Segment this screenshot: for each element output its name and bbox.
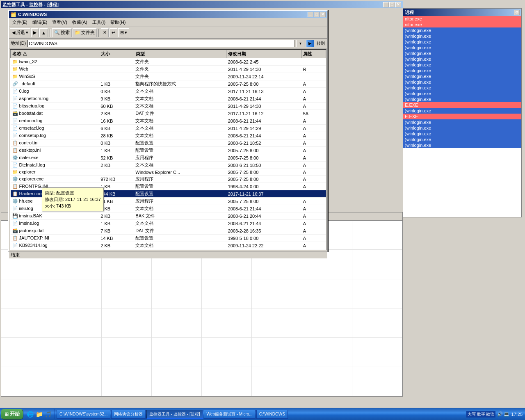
table-row[interactable]: 📋 control.ini 0 KB 配置设置 2008-6-21 18:52 … bbox=[11, 139, 326, 147]
table-row[interactable]: 📄 KB941693.log 2 KB 文本文档 2009-11-24 22:2… bbox=[11, 249, 326, 251]
list-item[interactable]: )winlogin.exe bbox=[403, 91, 521, 96]
list-item[interactable]: )winlogin.exe bbox=[403, 96, 521, 102]
taskbar-app-button[interactable]: 网络协议分析器 bbox=[111, 410, 146, 419]
col-date[interactable]: 修改日期 bbox=[226, 50, 301, 58]
menu-file[interactable]: 文件(E) bbox=[10, 18, 30, 26]
table-row[interactable]: 📄 aspnetocm.log 9 KB 文本文档 2008-6-21 21:4… bbox=[11, 95, 326, 103]
file-list[interactable]: 名称 △ 大小 类型 修改日期 属性 📁 twain_32 文件夹 2008-6… bbox=[10, 49, 326, 250]
views-icon: ⊞ bbox=[120, 30, 124, 35]
up-button[interactable]: ▲ bbox=[39, 28, 48, 37]
list-item[interactable]: )winlogin.exe bbox=[403, 68, 521, 73]
explorer-maximize-button[interactable]: □ bbox=[314, 12, 320, 17]
address-dropdown-button[interactable]: ▾ bbox=[296, 40, 304, 47]
table-row[interactable]: 💾 imsins.BAK 2 KB BAK 文件 2008-6-21 20:44… bbox=[11, 212, 326, 220]
table-row[interactable]: 📄 0.log 0 KB 文本文档 2017-11-21 16:13 A bbox=[11, 88, 326, 95]
menu-edit[interactable]: 编辑(E) bbox=[30, 18, 50, 26]
maximize-button[interactable]: □ bbox=[389, 2, 395, 7]
list-item[interactable]: )winlogin.exe bbox=[403, 27, 521, 33]
col-name[interactable]: 名称 △ bbox=[11, 50, 99, 58]
table-row[interactable]: 📄 DtcInstall.log 2 KB 文本文档 2008-6-21 18:… bbox=[11, 162, 326, 169]
list-item[interactable]: )winlogin.exe bbox=[403, 108, 521, 114]
explorer-minimize-button[interactable]: _ bbox=[308, 12, 313, 17]
col-type[interactable]: 类型 bbox=[134, 50, 226, 58]
grid-cell bbox=[51, 367, 101, 396]
process-titlebar: 进程 ⚙ bbox=[403, 9, 521, 16]
menu-tools[interactable]: 工具(I) bbox=[90, 18, 108, 26]
table-row[interactable]: 🗃️ bootstat.dat 2 KB DAT 文件 2017-11-21 1… bbox=[11, 110, 326, 117]
views-dropdown-icon: ▾ bbox=[125, 30, 127, 35]
explorer-icon: 🗂️ bbox=[11, 12, 16, 17]
quick-launch-media[interactable]: 🎵 bbox=[44, 410, 52, 418]
folders-button[interactable]: 📁 文件夹 bbox=[73, 28, 97, 37]
list-item[interactable]: )winlogin.exe bbox=[403, 131, 521, 137]
menu-help[interactable]: 帮助(H) bbox=[108, 18, 128, 26]
taskbar-app-button[interactable]: C:\WINDOWS bbox=[256, 410, 288, 419]
table-row[interactable]: 📄 bitssetup.log 60 KB 文本文档 2011-4-29 14:… bbox=[11, 103, 326, 110]
go-button[interactable]: ▶ bbox=[306, 40, 314, 47]
table-row[interactable]: 📄 certocm.log 16 KB 文本文档 2008-6-21 21:44… bbox=[11, 117, 326, 125]
system-tray: 大写 数字 微软 🔊 💻 17:25 bbox=[464, 411, 525, 418]
close-button[interactable]: ✕ bbox=[395, 2, 401, 7]
list-item[interactable]: )winlogin.exe bbox=[403, 125, 521, 131]
table-row[interactable]: 📄 comsetup.log 28 KB 文本文档 2008-6-21 21:4… bbox=[11, 132, 326, 139]
search-button[interactable]: 🔍 搜索 bbox=[52, 28, 72, 37]
list-item[interactable]: )winlogin.exe bbox=[403, 39, 521, 45]
col-attr[interactable]: 属性 bbox=[301, 50, 326, 58]
table-row[interactable]: 📁 twain_32 文件夹 2008-6-22 2:45 bbox=[11, 58, 326, 66]
grid-cell bbox=[152, 367, 202, 396]
menu-view[interactable]: 查看(V) bbox=[50, 18, 70, 26]
table-row[interactable]: 📁 explorer Windows Explorer C... 2005-7-… bbox=[11, 169, 326, 176]
list-item[interactable]: )winlogin.exe bbox=[403, 56, 521, 62]
list-item[interactable]: )winlogin.exe bbox=[403, 137, 521, 142]
list-item[interactable]: )winlogin.exe bbox=[403, 50, 521, 56]
delete-button[interactable]: ✕ bbox=[101, 28, 109, 37]
col-size[interactable]: 大小 bbox=[99, 50, 134, 58]
process-settings-icon[interactable]: ⚙ bbox=[514, 10, 520, 15]
grid-cell bbox=[1, 338, 51, 367]
list-item[interactable]: E.EXE bbox=[403, 114, 521, 119]
explorer-titlebar: 🗂️ C:\WINDOWS _ □ ✕ bbox=[9, 11, 327, 18]
list-item[interactable]: )winlogin.exe bbox=[403, 85, 521, 91]
table-row[interactable]: 📄 cmsetacl.log 6 KB 文本文档 2011-4-29 14:29… bbox=[11, 125, 326, 132]
taskbar-app-button[interactable]: 监控器工具 - 监控器 - [进程] bbox=[146, 410, 203, 419]
views-button[interactable]: ⊞ ▾ bbox=[118, 28, 129, 37]
list-item[interactable]: )winlogin.exe bbox=[403, 119, 521, 125]
table-row[interactable]: 📁 WinSxS 文件夹 2009-11-24 22:14 bbox=[11, 73, 326, 80]
table-row[interactable]: 🔗 _default 1 KB 指向程序的快捷方式 2005-7-25 8:00… bbox=[11, 80, 326, 88]
forward-button[interactable]: ▶ bbox=[31, 28, 39, 37]
grid-cell bbox=[302, 367, 352, 396]
table-row[interactable]: 📄 imsins.log 1 KB 文本文档 2008-6-21 21:44 A bbox=[11, 220, 326, 227]
list-item[interactable]: )winlogin.exe bbox=[403, 79, 521, 85]
table-row[interactable]: 📋 JAUTOEXP.INI 14 KB 配置设置 1998-5-18 0:00… bbox=[11, 235, 326, 242]
table-row[interactable]: 📋 desktop.ini 1 KB 配置设置 2005-7-25 8:00 A bbox=[11, 147, 326, 154]
minimize-button[interactable]: _ bbox=[383, 2, 389, 7]
grid-cell bbox=[202, 279, 252, 308]
list-item[interactable]: )winlogin.exe bbox=[403, 142, 521, 148]
back-button[interactable]: ◀ 后退 ▾ bbox=[10, 28, 30, 37]
status-text: 结束 bbox=[11, 252, 20, 258]
process-list[interactable]: nitor.exenitor.exe)winlogin.exe)winlogin… bbox=[403, 16, 521, 217]
list-item[interactable]: nitor.exe bbox=[403, 16, 521, 22]
list-item[interactable]: E.EXE bbox=[403, 102, 521, 108]
list-item[interactable]: )winlogin.exe bbox=[403, 33, 521, 39]
table-row[interactable]: 📄 KB923414.log 2 KB 文本文档 2009-11-24 22:2… bbox=[11, 242, 326, 249]
quick-launch-folder[interactable]: 📁 bbox=[35, 410, 43, 418]
taskbar-app-button[interactable]: C:\WINDOWS\system32... bbox=[57, 410, 110, 419]
table-row[interactable]: ⚙️ dialer.exe 52 KB 应用程序 2005-7-25 8:00 … bbox=[11, 154, 326, 162]
table-row[interactable]: ⚙️ explorer.exe 972 KB 应用程序 2005-7-25 8:… bbox=[11, 176, 326, 183]
table-row[interactable]: 🗃️ jautoexp.dat 7 KB DAT 文件 2003-2-28 16… bbox=[11, 227, 326, 235]
quick-launch-ie[interactable]: 🌐 bbox=[26, 410, 34, 418]
list-item[interactable]: )winlogin.exe bbox=[403, 73, 521, 79]
taskbar-app-button[interactable]: Web服务测试页 - Micro... bbox=[204, 410, 256, 419]
address-input[interactable] bbox=[27, 40, 294, 47]
grid-cell bbox=[352, 250, 402, 279]
undo-button[interactable]: ↩ bbox=[110, 28, 117, 37]
list-item[interactable]: )winlogin.exe bbox=[403, 62, 521, 68]
table-row[interactable]: 📁 Web 文件夹 2011-4-29 14:30 R bbox=[11, 66, 326, 73]
explorer-close-button[interactable]: ✕ bbox=[320, 12, 326, 17]
menu-favorites[interactable]: 收藏(A) bbox=[70, 18, 90, 26]
start-button[interactable]: ⊞ 开始 bbox=[1, 409, 23, 420]
list-item[interactable]: )winlogin.exe bbox=[403, 45, 521, 50]
list-item[interactable]: nitor.exe bbox=[403, 22, 521, 27]
explorer-window: 🗂️ C:\WINDOWS _ □ ✕ 文件(E) 编辑(E) 查看(V) 收藏… bbox=[8, 10, 328, 252]
